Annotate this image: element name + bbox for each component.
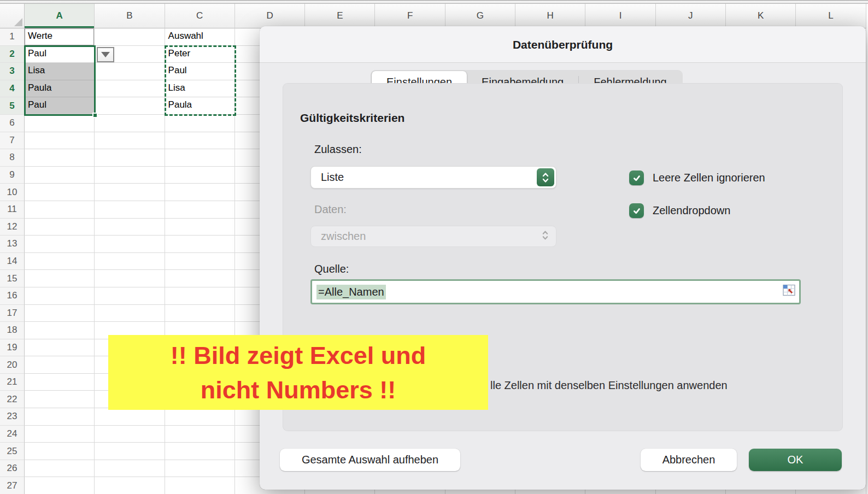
row-header-23[interactable]: 23 [0,408,25,426]
cell-B15[interactable] [95,270,165,287]
cell-C15[interactable] [165,270,235,287]
checkbox-row-cell-dropdown[interactable]: Zellendropdown [629,203,730,218]
cell-B10[interactable] [95,184,165,201]
cell-A1[interactable]: Werte [25,28,95,46]
row-header-16[interactable]: 16 [0,287,25,305]
row-header-4[interactable]: 4 [0,80,25,98]
cell-A22[interactable] [25,391,95,408]
column-header-L[interactable]: L [796,4,866,28]
cell-A23[interactable] [25,408,95,426]
cell-B25[interactable] [95,443,165,460]
cell-A10[interactable] [25,184,95,201]
cell-A13[interactable] [25,236,95,253]
row-header-15[interactable]: 15 [0,270,25,287]
source-input[interactable]: =Alle_Namen [310,279,801,304]
cancel-button[interactable]: Abbrechen [641,449,737,471]
cell-B3[interactable] [95,63,165,80]
cell-C8[interactable] [165,149,235,167]
row-header-24[interactable]: 24 [0,426,25,443]
cell-A12[interactable] [25,219,95,236]
cell-B5[interactable] [95,97,165,115]
cell-B1[interactable] [95,28,165,46]
cell-C10[interactable] [165,184,235,201]
cell-C13[interactable] [165,236,235,253]
select-all-corner[interactable] [0,4,25,28]
column-header-J[interactable]: J [656,4,726,28]
cell-C27[interactable] [165,477,235,494]
row-header-2[interactable]: 2 [0,46,25,63]
row-header-20[interactable]: 20 [0,356,25,374]
cell-A4[interactable]: Paula [25,80,95,98]
column-header-K[interactable]: K [726,4,796,28]
cell-C24[interactable] [165,426,235,443]
cell-B6[interactable] [95,115,165,132]
column-header-D[interactable]: D [235,4,305,28]
column-header-H[interactable]: H [515,4,585,28]
cell-A18[interactable] [25,322,95,339]
cell-A8[interactable] [25,149,95,167]
column-header-F[interactable]: F [375,4,445,28]
cell-B4[interactable] [95,80,165,98]
validation-dropdown-button[interactable] [97,47,114,62]
cell-C1[interactable]: Auswahl [165,28,235,46]
cell-C26[interactable] [165,460,235,478]
cell-C11[interactable] [165,201,235,219]
cell-B17[interactable] [95,305,165,322]
cell-B9[interactable] [95,167,165,184]
range-selector-icon[interactable] [783,285,796,299]
row-header-3[interactable]: 3 [0,63,25,80]
cell-A15[interactable] [25,270,95,287]
cell-A14[interactable] [25,253,95,270]
cell-A7[interactable] [25,132,95,150]
column-header-E[interactable]: E [305,4,375,28]
cell-B8[interactable] [95,149,165,167]
row-header-25[interactable]: 25 [0,443,25,460]
row-header-6[interactable]: 6 [0,115,25,132]
row-header-1[interactable]: 1 [0,28,25,46]
cell-C14[interactable] [165,253,235,270]
cell-A26[interactable] [25,460,95,478]
row-header-19[interactable]: 19 [0,339,25,357]
cell-C25[interactable] [165,443,235,460]
cell-C9[interactable] [165,167,235,184]
cell-C16[interactable] [165,287,235,305]
cell-A21[interactable] [25,374,95,391]
row-header-11[interactable]: 11 [0,201,25,219]
cell-C12[interactable] [165,219,235,236]
cell-A20[interactable] [25,356,95,374]
row-header-13[interactable]: 13 [0,236,25,253]
clear-all-button[interactable]: Gesamte Auswahl aufheben [280,449,460,471]
row-header-14[interactable]: 14 [0,253,25,270]
column-header-G[interactable]: G [445,4,515,28]
cell-B24[interactable] [95,426,165,443]
cell-A2[interactable]: Paul [25,46,95,63]
cell-A27[interactable] [25,477,95,494]
row-header-27[interactable]: 27 [0,477,25,494]
cell-B26[interactable] [95,460,165,478]
cell-A6[interactable] [25,115,95,132]
cell-A16[interactable] [25,287,95,305]
cell-A19[interactable] [25,339,95,357]
cell-A9[interactable] [25,167,95,184]
row-header-9[interactable]: 9 [0,167,25,184]
cell-B11[interactable] [95,201,165,219]
row-header-18[interactable]: 18 [0,322,25,339]
ok-button[interactable]: OK [749,449,842,471]
cell-B12[interactable] [95,219,165,236]
row-header-7[interactable]: 7 [0,132,25,150]
checkbox-checked-icon[interactable] [629,170,644,185]
cell-B7[interactable] [95,132,165,150]
column-header-B[interactable]: B [95,4,165,28]
row-header-21[interactable]: 21 [0,374,25,391]
row-header-5[interactable]: 5 [0,97,25,115]
row-header-26[interactable]: 26 [0,460,25,478]
fill-handle[interactable] [92,113,98,118]
cell-A24[interactable] [25,426,95,443]
cell-C6[interactable] [165,115,235,132]
allow-select[interactable]: Liste [310,166,556,189]
cell-C17[interactable] [165,305,235,322]
row-header-10[interactable]: 10 [0,184,25,201]
row-header-12[interactable]: 12 [0,219,25,236]
column-header-C[interactable]: C [165,4,235,28]
cell-B14[interactable] [95,253,165,270]
